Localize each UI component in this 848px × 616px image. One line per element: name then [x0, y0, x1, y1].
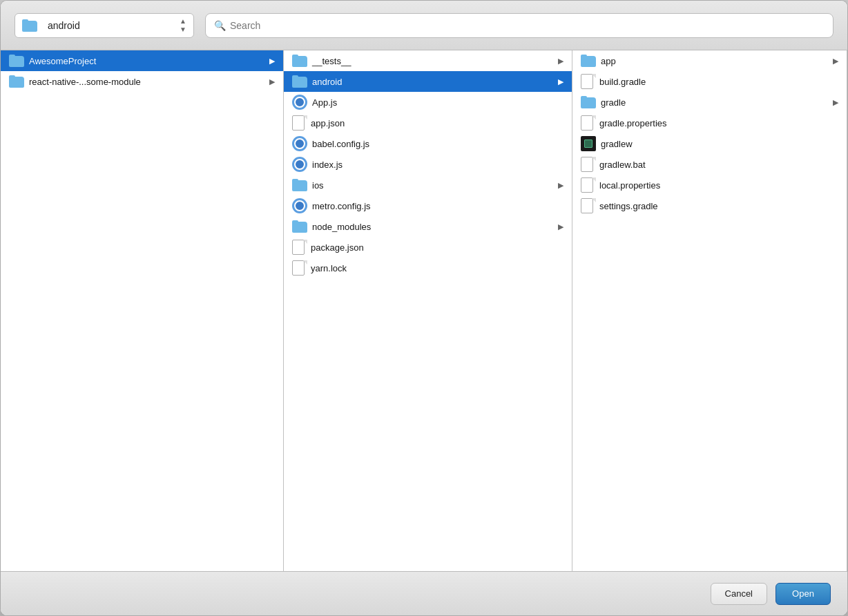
folder-icon [292, 75, 307, 88]
list-item[interactable]: node_modules ▶ [284, 216, 572, 237]
item-label: local.properties [599, 180, 838, 191]
item-label: gradlew.bat [599, 160, 838, 170]
chevron-right-icon: ▶ [558, 181, 563, 190]
folder-icon [292, 55, 307, 67]
list-item[interactable]: index.js [284, 154, 572, 175]
chevron-right-icon: ▶ [558, 222, 563, 231]
item-label: gradlew [601, 139, 838, 149]
list-item[interactable]: gradlew [572, 133, 847, 154]
list-item[interactable]: gradle ▶ [572, 92, 847, 113]
list-item[interactable]: app.json [284, 113, 572, 133]
folder-icon [9, 55, 24, 67]
file-icon [581, 115, 595, 131]
list-item[interactable]: App.js [284, 92, 572, 113]
cancel-button[interactable]: Cancel [711, 583, 767, 605]
item-label: AwesomeProject [29, 56, 267, 66]
item-label: app.json [311, 118, 563, 128]
chevron-right-icon: ▶ [833, 57, 838, 66]
js-file-icon [292, 136, 307, 151]
list-item[interactable]: app ▶ [572, 50, 847, 71]
toolbar: android ▲ ▼ 🔍 [1, 1, 847, 50]
item-label: index.js [312, 160, 563, 170]
item-label: gradle [601, 97, 830, 108]
item-label: settings.gradle [599, 201, 838, 211]
file-icon [292, 115, 306, 131]
list-item[interactable]: react-native-...some-module ▶ [1, 71, 283, 92]
list-item[interactable]: package.json [284, 237, 572, 258]
item-label: ios [312, 180, 555, 191]
list-item[interactable]: yarn.lock [284, 258, 572, 278]
item-label: yarn.lock [311, 263, 563, 273]
item-label: gradle.properties [599, 118, 838, 128]
file-icon [581, 74, 595, 89]
stepper-arrows[interactable]: ▲ ▼ [180, 17, 186, 33]
chevron-right-icon: ▶ [558, 57, 563, 66]
js-file-icon [292, 198, 307, 213]
list-item[interactable]: local.properties [572, 175, 847, 195]
file-icon [581, 177, 595, 193]
file-icon [581, 198, 595, 213]
list-item[interactable]: build.gradle [572, 71, 847, 92]
folder-icon [292, 220, 307, 233]
file-icon [292, 240, 306, 255]
list-item[interactable]: gradle.properties [572, 113, 847, 133]
chevron-right-icon: ▶ [558, 77, 563, 86]
column-left: AwesomeProject ▶ react-native-...some-mo… [1, 50, 284, 571]
chevron-right-icon: ▶ [269, 57, 275, 66]
list-item[interactable]: android ▶ [284, 71, 572, 92]
item-label: android [312, 77, 555, 87]
bottom-bar: Cancel Open [1, 571, 847, 615]
chevron-right-icon: ▶ [833, 98, 838, 107]
main-content: AwesomeProject ▶ react-native-...some-mo… [1, 50, 847, 571]
folder-icon [581, 55, 596, 67]
file-icon [581, 157, 595, 172]
item-label: metro.config.js [312, 201, 563, 211]
file-icon [292, 260, 306, 276]
list-item[interactable]: babel.config.js [284, 133, 572, 154]
item-label: package.json [311, 242, 563, 253]
list-item[interactable]: __tests__ ▶ [284, 50, 572, 71]
list-item[interactable]: metro.config.js [284, 195, 572, 216]
item-label: react-native-...some-module [29, 77, 267, 87]
js-file-icon [292, 95, 307, 110]
search-icon: 🔍 [214, 20, 226, 31]
item-label: app [601, 56, 830, 66]
folder-icon [581, 96, 596, 108]
js-file-icon [292, 157, 307, 172]
location-text: android [48, 20, 174, 31]
folder-icon [22, 19, 37, 32]
folder-icon [9, 75, 24, 88]
location-selector[interactable]: android ▲ ▼ [15, 13, 194, 38]
folder-icon [292, 179, 307, 191]
open-button[interactable]: Open [775, 583, 831, 605]
file-dialog: android ▲ ▼ 🔍 AwesomeProject ▶ [0, 0, 848, 616]
item-label: __tests__ [312, 56, 555, 66]
search-box[interactable]: 🔍 [205, 13, 833, 38]
chevron-right-icon: ▶ [269, 77, 275, 86]
item-label: babel.config.js [312, 139, 563, 149]
list-item[interactable]: ios ▶ [284, 175, 572, 195]
list-item[interactable]: AwesomeProject ▶ [1, 50, 283, 71]
list-item[interactable]: settings.gradle [572, 195, 847, 216]
gradlew-icon [581, 136, 596, 151]
column-right: app ▶ build.gradle gradle ▶ [572, 50, 847, 571]
list-item[interactable]: gradlew.bat [572, 154, 847, 175]
search-input[interactable] [230, 20, 825, 31]
column-middle: __tests__ ▶ android ▶ App.js [284, 50, 572, 571]
item-label: node_modules [312, 222, 555, 232]
item-label: App.js [312, 97, 563, 108]
item-label: build.gradle [599, 77, 838, 87]
